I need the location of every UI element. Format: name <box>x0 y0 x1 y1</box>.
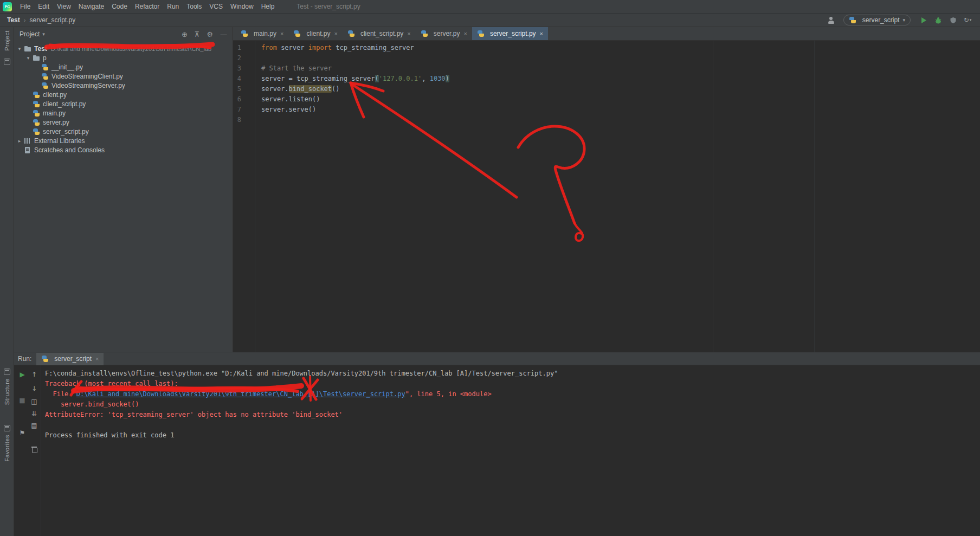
code-token: # Start the server <box>261 64 332 72</box>
library-icon <box>24 137 32 145</box>
line-number[interactable]: 7 <box>233 105 255 115</box>
close-icon[interactable]: × <box>280 30 283 37</box>
python-file-icon <box>33 109 41 117</box>
prev-occurrence-button[interactable]: ↑ <box>29 370 39 379</box>
locate-file-icon[interactable]: ⊕ <box>182 30 188 38</box>
folder-icon <box>33 54 41 62</box>
run-button[interactable] <box>919 15 929 25</box>
tree-item-main-py[interactable]: main.py <box>14 108 233 118</box>
line-number[interactable]: 8 <box>233 115 255 125</box>
code-token: server.serve() <box>261 106 316 113</box>
code-token: '127.0.0.1' <box>379 75 422 82</box>
line-number[interactable]: 6 <box>233 94 255 105</box>
run-panel-header: Run: server_script × <box>14 353 980 365</box>
menu-tools[interactable]: Tools <box>183 3 205 10</box>
menu-run[interactable]: Run <box>163 3 183 10</box>
python-file-icon <box>41 355 49 363</box>
project-panel-header: Project ▾ ⊕ ⊼ ⚙ — <box>14 27 233 41</box>
menu-edit[interactable]: Edit <box>34 3 53 10</box>
run-config-select[interactable]: server_script ▾ <box>843 15 911 25</box>
line-number[interactable]: 1 <box>233 43 255 53</box>
restore-layout-button[interactable]: ◫ <box>29 397 39 406</box>
close-icon[interactable]: × <box>463 30 467 37</box>
collapse-all-icon[interactable]: ⊼ <box>195 30 200 38</box>
tree-item-server-script-py[interactable]: server_script.py <box>14 127 233 136</box>
run-console[interactable]: F:\conda_install\envs\Ofline_test\python… <box>42 365 980 536</box>
line-number[interactable]: 4 <box>233 74 255 84</box>
chevron-down-icon[interactable]: ▾ <box>42 31 45 37</box>
editor-zone: main.py × client.py × client_script.py ×… <box>233 27 980 352</box>
run-tab-server-script[interactable]: server_script × <box>36 353 104 365</box>
menu-code[interactable]: Code <box>108 3 131 10</box>
python-file-icon <box>41 73 49 80</box>
tree-item-videostreamingclient-py[interactable]: VideoStreamingClient.py <box>14 72 233 81</box>
chevron-down-icon[interactable]: ▾ <box>24 55 33 61</box>
close-icon[interactable]: × <box>95 356 99 362</box>
stop-button[interactable]: ■ <box>17 396 27 405</box>
user-icon[interactable] <box>827 16 835 24</box>
tree-item-external-libraries[interactable]: ▸ External Libraries <box>14 136 233 145</box>
updates-button[interactable]: ↻▾ <box>963 15 972 25</box>
tab-server-py[interactable]: server.py × <box>416 27 472 40</box>
chevron-down-icon[interactable]: ▾ <box>15 46 24 51</box>
coverage-button[interactable] <box>948 15 958 25</box>
tab-client-py[interactable]: client.py × <box>288 27 342 40</box>
menu-refactor[interactable]: Refactor <box>131 3 163 10</box>
close-icon[interactable]: × <box>540 30 543 37</box>
breadcrumb-project[interactable]: Test <box>7 16 20 24</box>
menu-view[interactable]: View <box>53 3 75 10</box>
tree-item-scratches-and-consoles[interactable]: Scratches and Consoles <box>14 145 233 154</box>
python-file-icon <box>33 100 41 108</box>
favorites-icon[interactable] <box>4 425 10 431</box>
line-number[interactable]: 2 <box>233 53 255 63</box>
gear-icon[interactable]: ⚙ <box>207 30 213 38</box>
tab-client-script-py[interactable]: client_script.py × <box>343 27 416 40</box>
console-blank-line <box>45 420 980 430</box>
scroll-to-end-button[interactable]: ⇊ <box>29 409 39 418</box>
menu-vcs[interactable]: VCS <box>205 3 227 10</box>
code-line: 2 <box>233 53 980 63</box>
print-console-button[interactable]: ▤ <box>29 421 39 430</box>
tool-window-icon[interactable] <box>4 59 10 65</box>
tree-item-client-script-py[interactable]: client_script.py <box>14 99 233 108</box>
window-title: Test - server_script.py <box>296 3 360 10</box>
rerun-button[interactable]: ▶ <box>17 370 27 379</box>
line-number[interactable]: 5 <box>233 84 255 94</box>
breadcrumb-file[interactable]: server_script.py <box>29 16 75 24</box>
python-file-icon <box>477 30 485 37</box>
chevron-right-icon[interactable]: ▸ <box>15 138 24 144</box>
debug-button[interactable] <box>933 15 943 25</box>
tree-item-client-py[interactable]: client.py <box>14 90 233 99</box>
tree-item-p[interactable]: ▾ p <box>14 53 233 62</box>
pin-tab-button[interactable]: ⚑ <box>17 428 27 438</box>
console-code-line: server.bind_socket() <box>45 399 980 410</box>
redacted-path-link[interactable]: D:\Kali and mine\Downloads\Varsity201\9t… <box>76 390 319 398</box>
clear-console-button[interactable] <box>29 444 39 454</box>
menu-help[interactable]: Help <box>257 3 279 10</box>
tree-item-videostreamingserver-py[interactable]: VideoStreamingServer.py <box>14 81 233 90</box>
next-occurrence-button[interactable]: ↓ <box>29 384 39 393</box>
code-token: 1030 <box>430 75 446 82</box>
close-icon[interactable]: × <box>334 30 338 37</box>
tab-server-script-py[interactable]: server_script.py × <box>472 27 548 40</box>
sidebar-stripe-favorites[interactable]: Favorites <box>0 435 14 462</box>
sidebar-stripe-structure[interactable]: Structure <box>0 378 14 405</box>
tree-item-test[interactable]: ▾ Test D:\Kali and mine\Downloads\Varsit… <box>14 44 233 53</box>
hide-panel-icon[interactable]: — <box>220 30 227 38</box>
menu-window[interactable]: Window <box>227 3 257 10</box>
menu-file[interactable]: File <box>16 3 34 10</box>
close-icon[interactable]: × <box>407 30 410 37</box>
highlighted-identifier: bind_socket <box>289 85 332 93</box>
structure-icon[interactable] <box>4 369 10 375</box>
tab-main-py[interactable]: main.py × <box>236 27 288 40</box>
sidebar-stripe-project[interactable]: Project <box>0 30 14 51</box>
code-token: server.listen() <box>261 95 320 103</box>
line-number[interactable]: 3 <box>233 63 255 74</box>
menu-navigate[interactable]: Navigate <box>75 3 108 10</box>
code-editor[interactable]: 1 from server import tcp_streaming_serve… <box>233 41 980 352</box>
tree-item-init-py[interactable]: __init__.py <box>14 62 233 72</box>
file-link[interactable]: \Test\server_script.py <box>319 390 405 398</box>
tree-item-server-py[interactable]: server.py <box>14 118 233 127</box>
python-file-icon <box>849 16 857 24</box>
project-panel-title[interactable]: Project <box>20 30 40 38</box>
